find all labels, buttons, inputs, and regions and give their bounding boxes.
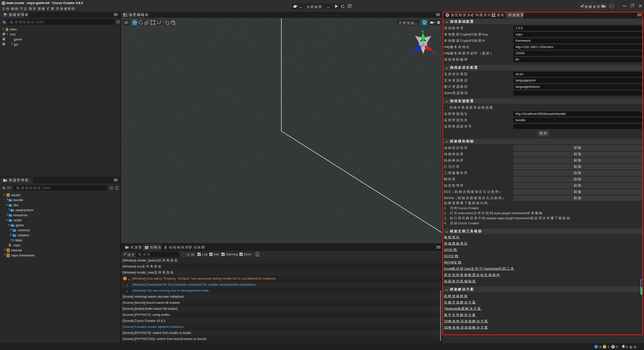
svg-text:Y: Y <box>421 29 424 34</box>
svg-text:Z: Z <box>410 51 412 55</box>
svg-text:X: X <box>433 51 435 55</box>
